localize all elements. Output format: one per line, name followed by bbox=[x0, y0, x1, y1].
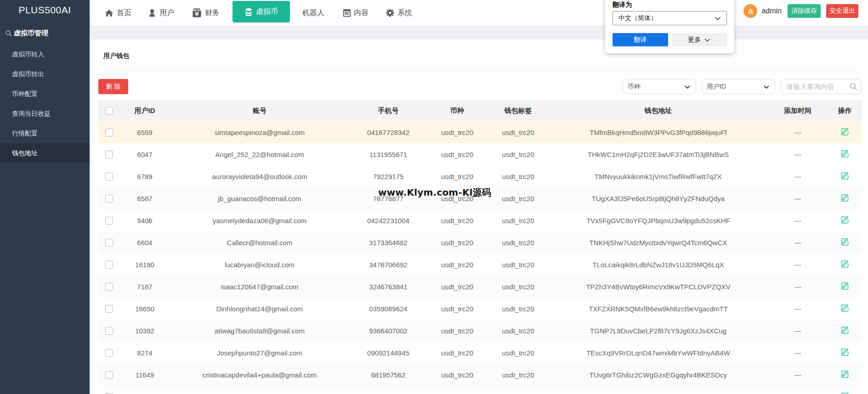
topnav: 首页用户财务虚拟币机器人内容系统 a admin 清除缓存 安全退出 bbox=[90, 0, 868, 26]
cell-account: jb_guanacos@hotmail.com bbox=[170, 187, 349, 209]
cell-added-time: --- bbox=[767, 253, 828, 276]
cell-added-time: --- bbox=[767, 143, 828, 165]
col-account: 账号 bbox=[170, 100, 349, 121]
edit-button[interactable] bbox=[840, 370, 849, 378]
nav-item-label: 虚拟币 bbox=[256, 7, 278, 17]
cell-account: simtapeespinoza@gmail.com bbox=[170, 121, 349, 143]
logout-button[interactable]: 安全退出 bbox=[826, 4, 858, 18]
translate-button[interactable]: 翻译 bbox=[613, 33, 668, 46]
sidebar-item-0[interactable]: 虚拟币转入 bbox=[0, 45, 90, 64]
row-checkbox[interactable] bbox=[105, 371, 113, 379]
cell-coin: usdt_trc20 bbox=[427, 209, 487, 231]
nav-item-1[interactable]: 用户 bbox=[148, 8, 174, 18]
row-checkbox[interactable] bbox=[105, 239, 113, 247]
cell-account: Angel_252_22@hotmail.com bbox=[170, 143, 349, 165]
select-all-checkbox[interactable] bbox=[105, 107, 113, 115]
nav-item-3[interactable]: 虚拟币 bbox=[233, 1, 290, 23]
edit-button[interactable] bbox=[840, 392, 849, 394]
delete-button[interactable]: 删 除 bbox=[98, 79, 128, 94]
edit-button[interactable] bbox=[840, 171, 849, 180]
row-checkbox[interactable] bbox=[105, 129, 113, 136]
edit-square-icon bbox=[840, 370, 849, 378]
cell-account: aurorayvioleta94@outlook.com bbox=[170, 165, 349, 187]
cell-added-time: --- bbox=[767, 121, 828, 143]
edit-button[interactable] bbox=[840, 237, 849, 246]
cell-phone: 0359089624 bbox=[349, 298, 427, 320]
sidebar-item-2[interactable]: 币种配置 bbox=[0, 84, 90, 104]
coin-select[interactable]: 币种 bbox=[623, 79, 696, 94]
cell-wallet-label: usdt_trc20 bbox=[487, 253, 549, 276]
cell-user-id: 16180 bbox=[119, 253, 170, 276]
user-id-select[interactable]: 用户ID bbox=[702, 79, 775, 94]
edit-button[interactable] bbox=[840, 149, 849, 158]
nav-item-0[interactable]: 首页 bbox=[105, 8, 131, 18]
row-checkbox[interactable] bbox=[105, 173, 113, 180]
edit-button[interactable] bbox=[840, 304, 849, 312]
row-select-cell bbox=[98, 253, 119, 276]
table-row: 9406yasmelydedaza06@gmail.com04242231004… bbox=[98, 209, 862, 231]
row-select-cell bbox=[98, 187, 119, 209]
table-row: 10392atiwag7bautista8@gmail.com936640700… bbox=[98, 320, 862, 342]
row-checkbox[interactable] bbox=[105, 283, 113, 291]
cell-wallet-address: TXFZXRNK5QMxfB6ew9kh6zct9eVgacdmTT bbox=[549, 298, 767, 320]
nav-item-label: 用户 bbox=[159, 8, 174, 18]
cell-added-time: --- bbox=[767, 364, 828, 386]
col-phone: 手机号 bbox=[349, 100, 427, 121]
search-icon[interactable] bbox=[850, 83, 857, 92]
cell-account: lucabryan@icloud.com bbox=[170, 253, 349, 276]
row-checkbox[interactable] bbox=[105, 305, 113, 313]
cell-added-time: --- bbox=[767, 320, 828, 342]
col-wallet-label: 钱包标签 bbox=[487, 100, 549, 121]
cell-wallet-address: THkWC1mH2qFj2D2E3wUF37atmTi3jBNBwS bbox=[549, 143, 767, 165]
filter-bar: 币种 用户ID bbox=[623, 79, 862, 94]
cell-wallet-label: usdt_trc20 bbox=[487, 298, 549, 320]
cell-account: Dinhlongnhat14@gmail.com bbox=[170, 298, 349, 320]
cell-phone: 04242231004 bbox=[349, 209, 427, 231]
row-checkbox[interactable] bbox=[105, 349, 113, 357]
sidebar-item-3[interactable]: 查询当日收益 bbox=[0, 104, 90, 124]
sidebar-item-5[interactable]: 钱包地址 bbox=[0, 143, 90, 163]
nav-item-4[interactable]: 机器人 bbox=[302, 8, 324, 18]
row-checkbox[interactable] bbox=[105, 217, 113, 225]
edit-square-icon bbox=[840, 259, 849, 268]
nav-item-6[interactable]: 系统 bbox=[386, 8, 412, 18]
nav-item-label: 内容 bbox=[354, 8, 369, 18]
sidebar: PLUS500AI 虚拟币管理 虚拟币转入虚拟币转出币种配置查询当日收益行情配置… bbox=[0, 0, 90, 394]
clear-cache-button[interactable]: 清除缓存 bbox=[788, 4, 821, 18]
edit-button[interactable] bbox=[840, 127, 849, 136]
row-checkbox[interactable] bbox=[105, 151, 113, 158]
cell-added-time: --- bbox=[767, 342, 828, 364]
cell-added-time: --- bbox=[767, 231, 828, 253]
nav-item-2[interactable]: 财务 bbox=[192, 8, 220, 18]
cell-wallet-label: usdt_trc20 bbox=[487, 364, 549, 386]
row-select-cell bbox=[98, 165, 119, 187]
edit-button[interactable] bbox=[840, 326, 849, 334]
empty-cell bbox=[119, 386, 170, 394]
cell-user-id: 16650 bbox=[119, 298, 170, 320]
edit-button[interactable] bbox=[840, 215, 849, 224]
row-checkbox[interactable] bbox=[105, 195, 113, 203]
row-checkbox[interactable] bbox=[105, 327, 113, 335]
translate-language-select[interactable]: 中文（简体） bbox=[613, 11, 727, 25]
topnav-right: a admin 清除缓存 安全退出 bbox=[743, 0, 858, 26]
cell-wallet-label: usdt_trc20 bbox=[487, 209, 549, 231]
cell-wallet-address: TGNP7L9DuvCbeLP2f87cY9Jg6XzJs4XCug bbox=[549, 320, 767, 342]
nav-item-5[interactable]: 内容 bbox=[343, 8, 369, 18]
edit-button[interactable] bbox=[840, 193, 849, 202]
more-button[interactable]: 更多 bbox=[672, 33, 727, 46]
row-checkbox[interactable] bbox=[105, 261, 113, 269]
content-icon bbox=[343, 9, 351, 17]
edit-square-icon bbox=[840, 304, 849, 312]
sidebar-item-1[interactable]: 虚拟币转出 bbox=[0, 64, 90, 84]
user-icon bbox=[148, 9, 156, 17]
avatar: a bbox=[743, 4, 757, 18]
cell-wallet-address: TUvg6rTGhibz2CWgGzxEGgqyhr4BKESDcy bbox=[549, 364, 767, 386]
edit-button[interactable] bbox=[840, 348, 849, 356]
edit-button[interactable] bbox=[840, 259, 849, 268]
sidebar-item-4[interactable]: 行情配置 bbox=[0, 124, 90, 143]
cell-coin: usdt_trc20 bbox=[427, 231, 487, 253]
cell-wallet-label: usdt_trc20 bbox=[487, 320, 549, 342]
table-row: 6587jb_guanacos@hotmail.com78776877usdt_… bbox=[98, 187, 862, 209]
more-button-label: 更多 bbox=[688, 36, 701, 44]
edit-button[interactable] bbox=[840, 281, 849, 290]
